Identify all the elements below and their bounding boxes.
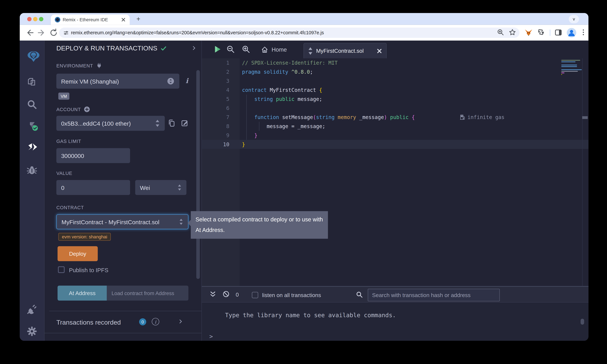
window-close-button[interactable] xyxy=(27,17,31,21)
indent-guide xyxy=(246,95,247,140)
terminal-search-field[interactable] xyxy=(368,289,500,301)
code-line[interactable]: 7 function setMessage(string memory _mes… xyxy=(202,113,588,122)
tab-close-icon[interactable] xyxy=(120,16,127,23)
side-panel-icon[interactable] xyxy=(554,28,563,37)
url-bar[interactable]: remix.ethereum.org/#lang=en&optimize=fal… xyxy=(59,27,519,38)
browser-tab[interactable]: Remix - Ethereum IDE xyxy=(51,14,130,25)
copy-account-icon[interactable] xyxy=(168,119,176,127)
terminal-body[interactable]: Type the library name to see available c… xyxy=(202,303,588,341)
environment-label-text: ENVIRONMENT xyxy=(56,63,93,68)
clear-console-icon[interactable] xyxy=(222,290,231,299)
remix-logo[interactable] xyxy=(26,49,38,61)
tab-search-button[interactable]: v xyxy=(569,15,579,23)
profile-avatar[interactable] xyxy=(567,28,576,38)
listen-transactions-checkbox[interactable] xyxy=(252,292,258,298)
gas-limit-input[interactable] xyxy=(61,152,125,159)
account-select[interactable]: 0x5B3...eddC4 (100 ether) xyxy=(56,116,165,131)
plugin-manager-icon[interactable] xyxy=(26,304,38,315)
gas-limit-label: GAS LIMIT xyxy=(56,139,81,144)
editor-scrollbar-thumb[interactable] xyxy=(582,116,588,119)
terminal-prompt: > xyxy=(209,333,213,340)
account-label-text: ACCOUNT xyxy=(56,106,81,112)
window-minimize-button[interactable] xyxy=(33,17,38,21)
deploy-run-icon[interactable] xyxy=(26,142,38,154)
settings-gear-icon[interactable] xyxy=(26,326,38,338)
reload-button[interactable] xyxy=(49,28,58,38)
environment-select[interactable]: Remix VM (Shanghai) xyxy=(56,74,179,89)
code-line[interactable]: 5 string public message; xyxy=(202,95,588,104)
publish-ipfs-label: Publish to IPFS xyxy=(69,267,108,273)
unit-stepper-icon[interactable] xyxy=(177,184,182,192)
at-address-button[interactable]: At Address xyxy=(58,286,107,300)
browser-menu-button[interactable] xyxy=(580,28,588,37)
home-tab-label: Home xyxy=(272,47,287,53)
code-line[interactable]: 8 message = _message; xyxy=(202,122,588,131)
at-address-field[interactable] xyxy=(107,286,188,300)
site-info-icon[interactable] xyxy=(63,30,69,36)
transactions-expand-chevron[interactable] xyxy=(178,319,183,324)
contract-value: MyFirstContract - MyFirstContract.sol xyxy=(62,219,185,225)
environment-info-icon[interactable]: i xyxy=(186,77,188,85)
contract-stepper-icon[interactable] xyxy=(179,218,183,226)
metamask-icon[interactable] xyxy=(524,28,533,37)
code-line[interactable]: 10} xyxy=(202,140,588,149)
code-line[interactable]: 6 xyxy=(202,104,588,113)
terminal-search-icon xyxy=(356,291,364,299)
edit-account-icon[interactable] xyxy=(180,119,189,127)
browser-tabstrip: Remix - Ethereum IDE + v xyxy=(20,13,588,25)
code-line[interactable]: 9 } xyxy=(202,131,588,140)
environment-label: ENVIRONMENT xyxy=(56,62,103,69)
run-script-play-button[interactable] xyxy=(213,45,222,54)
solidity-compiler-icon[interactable] xyxy=(26,120,38,132)
editor-minimap[interactable] xyxy=(561,60,582,76)
transactions-info-icon[interactable]: i xyxy=(152,318,159,325)
add-account-icon[interactable] xyxy=(84,106,90,113)
account-stepper-icon[interactable] xyxy=(155,119,160,128)
terminal-scrollbar-thumb[interactable] xyxy=(581,319,584,325)
icon-sidebar xyxy=(20,40,45,341)
value-unit: Wei xyxy=(140,184,150,191)
code-line[interactable]: 2pragma solidity ^0.8.0; xyxy=(202,67,588,77)
at-address-input[interactable] xyxy=(111,290,184,296)
code-lines: 1// SPDX-License-Identifier: MIT2pragma … xyxy=(202,58,588,149)
tab-home[interactable]: Home xyxy=(261,44,287,55)
debugger-icon[interactable] xyxy=(26,164,38,176)
value-unit-select[interactable]: Wei xyxy=(135,180,186,195)
publish-ipfs-checkbox[interactable] xyxy=(58,266,65,273)
terminal-expand-icon[interactable] xyxy=(209,290,218,299)
compile-success-check-icon xyxy=(160,45,167,52)
extensions-icon[interactable] xyxy=(537,28,546,37)
vm-badge: VM xyxy=(58,93,69,100)
zoom-page-icon[interactable] xyxy=(497,28,505,37)
indent-guide xyxy=(259,122,259,131)
terminal-search-input[interactable] xyxy=(372,292,496,298)
search-icon[interactable] xyxy=(26,99,38,111)
file-explorer-icon[interactable] xyxy=(26,77,38,89)
line-number: 3 xyxy=(202,77,229,86)
deploy-run-panel: DEPLOY & RUN TRANSACTIONS ENVIRONMENT Re… xyxy=(45,40,202,341)
code-line[interactable]: 1// SPDX-License-Identifier: MIT xyxy=(202,58,588,67)
file-tab-close-icon[interactable] xyxy=(376,48,382,54)
desktop: Remix - Ethereum IDE + v xyxy=(0,0,607,364)
deploy-button[interactable]: Deploy xyxy=(58,246,98,261)
contract-select[interactable]: MyFirstContract - MyFirstContract.sol xyxy=(56,214,188,229)
tab-file-myfirstcontract[interactable]: MyFirstContract.sol xyxy=(304,43,387,58)
editor-zoom-in-icon[interactable] xyxy=(242,45,251,54)
panel-expand-chevron[interactable] xyxy=(191,45,197,51)
value-field[interactable] xyxy=(56,180,130,195)
code-line[interactable]: 3 xyxy=(202,77,588,86)
forward-button[interactable] xyxy=(36,28,46,38)
environment-stepper-icon[interactable] xyxy=(167,77,175,85)
window-zoom-button[interactable] xyxy=(39,17,43,21)
back-button[interactable] xyxy=(26,28,35,38)
url-text[interactable]: remix.ethereum.org/#lang=en&optimize=fal… xyxy=(71,30,324,36)
bookmark-star-icon[interactable] xyxy=(509,28,517,37)
plug-icon[interactable] xyxy=(96,62,103,69)
gas-limit-field[interactable] xyxy=(56,148,130,163)
code-editor[interactable]: 1// SPDX-License-Identifier: MIT2pragma … xyxy=(202,58,588,286)
code-line[interactable]: 4contract MyFirstContract { xyxy=(202,86,588,95)
new-tab-button[interactable]: + xyxy=(133,14,144,25)
panel-scrollbar[interactable] xyxy=(196,70,200,279)
value-input[interactable] xyxy=(61,184,125,191)
editor-zoom-out-icon[interactable] xyxy=(226,45,236,54)
